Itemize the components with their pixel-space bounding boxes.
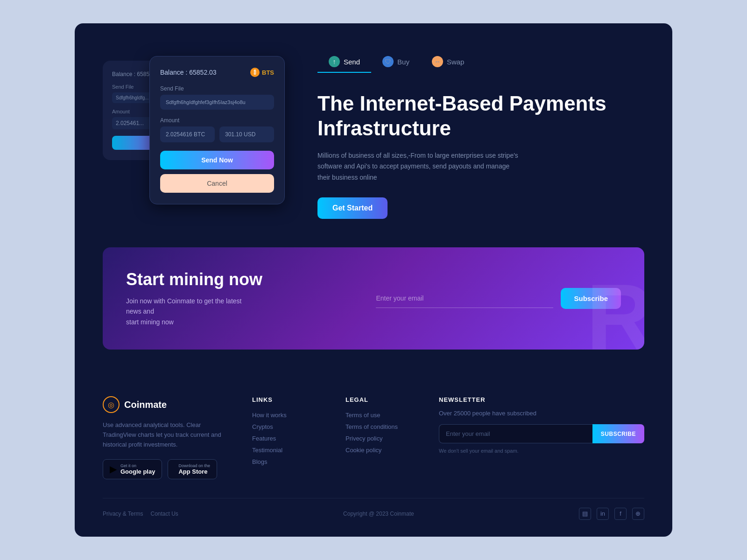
newsletter-subtext: Over 25000 people have subscribed xyxy=(439,410,644,417)
hero-description: Millions of business of all sizes,-From … xyxy=(317,150,523,183)
wallet-card-front: Balance : 65852.03 ₿ BTS Send File Sdfgf… xyxy=(149,56,285,204)
main-container: Balance : 65852 Send File Sdfgfh6hgIdfg.… xyxy=(75,23,672,537)
footer-newsletter: NEWSLETTER Over 25000 people have subscr… xyxy=(439,396,644,479)
footer: ◎ Coinmate Use advanced analytical tools… xyxy=(75,373,672,533)
app-store-button[interactable]: Download on the App Store xyxy=(168,459,217,479)
link-features[interactable]: Features xyxy=(252,435,317,442)
hero-section: Balance : 65852 Send File Sdfgfh6hgIdfg.… xyxy=(75,23,672,247)
link-terms-of-use[interactable]: Terms of use xyxy=(345,412,411,419)
store-buttons: ▶ Get it on Google play Download on the … xyxy=(103,459,224,479)
mining-title: Start mining now xyxy=(126,270,262,289)
privacy-terms-link[interactable]: Privacy & Terms xyxy=(103,511,143,517)
social-icons: ▤ in f ⊕ xyxy=(579,508,644,520)
footer-links-col: LINKS How it works Cryptos Features Test… xyxy=(252,396,317,479)
link-how-it-works[interactable]: How it works xyxy=(252,412,317,419)
amount-btc: 2.0254616 BTC xyxy=(160,126,215,142)
mining-bg-letter: R xyxy=(586,270,644,350)
newsletter-subscribe-button[interactable]: SUBSCRIBE xyxy=(592,424,644,443)
newsletter-email-input[interactable] xyxy=(439,424,592,443)
balance-text: Balance : 65852.03 xyxy=(160,69,217,76)
buy-icon: 🛡 xyxy=(382,56,394,67)
brand-logo: ◎ Coinmate xyxy=(103,396,224,413)
cancel-button[interactable]: Cancel xyxy=(160,174,274,193)
swap-icon: ↔ xyxy=(432,56,443,67)
get-started-button[interactable]: Get Started xyxy=(317,197,388,219)
mining-email-input[interactable] xyxy=(376,289,553,308)
footer-bottom-left: Privacy & Terms Contact Us xyxy=(103,511,178,517)
contact-us-link[interactable]: Contact Us xyxy=(150,511,178,517)
google-play-text: Get it on Google play xyxy=(120,463,155,475)
subscribe-button[interactable]: Subscribe xyxy=(561,288,621,309)
mining-description: Join now with Coinmate to get the latest… xyxy=(126,296,257,327)
tab-send-label: Send xyxy=(344,58,360,66)
mining-section: R Start mining now Join now with Coinmat… xyxy=(103,247,644,350)
footer-bottom: Privacy & Terms Contact Us Copyright @ 2… xyxy=(103,498,644,520)
brand-desc: Use advanced analytical tools. Clear Tra… xyxy=(103,420,224,449)
send-now-button[interactable]: Send Now xyxy=(160,151,274,169)
tab-swap-label: Swap xyxy=(447,58,465,66)
tab-swap[interactable]: ↔ Swap xyxy=(421,51,476,73)
send-icon: ↑ xyxy=(329,56,340,67)
tab-send[interactable]: ↑ Send xyxy=(317,51,371,73)
social-icon-grid[interactable]: ▤ xyxy=(579,508,591,520)
brand-icon: ◎ xyxy=(103,396,120,413)
newsletter-input-row: SUBSCRIBE xyxy=(439,424,644,443)
link-testimonial[interactable]: Testimonial xyxy=(252,447,317,454)
tab-buy[interactable]: 🛡 Buy xyxy=(371,51,421,73)
amount-usd: 301.10 USD xyxy=(219,126,274,142)
amount-label: Amount xyxy=(160,117,274,124)
links-title: LINKS xyxy=(252,396,317,403)
link-privacy-policy[interactable]: Privecy policy xyxy=(345,435,411,442)
hero-right: ↑ Send 🛡 Buy ↔ Swap The Internet-Based P… xyxy=(317,47,644,219)
hero-title: The Internet-Based Payments Infrastructu… xyxy=(317,91,644,141)
mining-left: Start mining now Join now with Coinmate … xyxy=(126,270,262,327)
btc-icon: ₿ xyxy=(250,68,260,77)
tab-buy-label: Buy xyxy=(397,58,409,66)
link-cryptos[interactable]: Cryptos xyxy=(252,423,317,430)
btc-badge: ₿ BTS xyxy=(250,68,274,77)
link-terms-of-conditions[interactable]: Terms of conditions xyxy=(345,423,411,430)
amount-row: 2.0254616 BTC 301.10 USD xyxy=(160,126,274,142)
nav-tabs: ↑ Send 🛡 Buy ↔ Swap xyxy=(317,51,644,73)
wallet-area: Balance : 65852 Send File Sdfgfh6hgIdfg.… xyxy=(103,47,289,219)
app-store-text: Download on the App Store xyxy=(178,463,210,475)
google-play-icon: ▶ xyxy=(110,463,117,475)
legal-title: LEGAL xyxy=(345,396,411,403)
social-icon-linkedin[interactable]: in xyxy=(597,508,609,520)
footer-legal-col: LEGAL Terms of use Terms of conditions P… xyxy=(345,396,411,479)
social-icon-facebook[interactable]: f xyxy=(614,508,627,520)
mining-right: Subscribe xyxy=(281,288,621,309)
google-play-button[interactable]: ▶ Get it on Google play xyxy=(103,459,162,479)
send-file-label: Send File xyxy=(160,85,274,92)
footer-brand: ◎ Coinmate Use advanced analytical tools… xyxy=(103,396,224,479)
footer-top: ◎ Coinmate Use advanced analytical tools… xyxy=(103,396,644,479)
link-cookie-policy[interactable]: Cookie policy xyxy=(345,447,411,454)
send-file-value: Sdfgfh6hgIdfghfef3gIfh5Iaz3sj4o8u xyxy=(160,95,274,110)
copyright: Copyright @ 2023 Coinmate xyxy=(343,511,414,517)
newsletter-title: NEWSLETTER xyxy=(439,396,644,403)
social-icon-globe[interactable]: ⊕ xyxy=(632,508,644,520)
brand-name: Coinmate xyxy=(124,399,167,410)
newsletter-disclaimer: We don't sell your email and spam. xyxy=(439,448,644,454)
link-blogs[interactable]: Blogs xyxy=(252,458,317,465)
